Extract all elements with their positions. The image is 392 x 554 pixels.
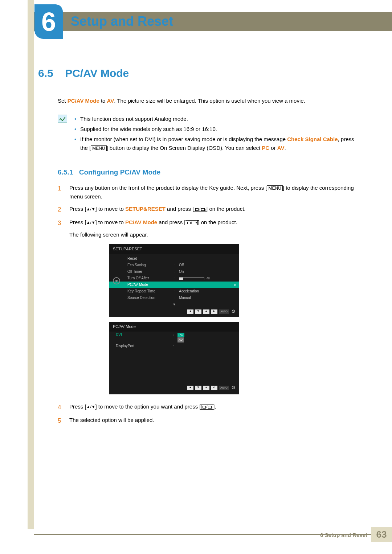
up-down-icon: ▲/▼ xyxy=(86,405,95,409)
keyword: SETUP&RESET xyxy=(125,206,166,212)
chapter-badge: 6 xyxy=(34,4,63,39)
text: . xyxy=(285,145,286,151)
nav-auto: AUTO xyxy=(219,309,229,314)
keyword: PC/AV Mode xyxy=(125,219,157,225)
nav-up-icon: ▲ xyxy=(203,309,209,314)
osd-body: Reset Eco Saving:Off Off Timer:On Turn O… xyxy=(109,254,239,307)
text: or xyxy=(269,145,277,151)
step-number: 2 xyxy=(58,205,64,214)
nav-down-icon: ▼ xyxy=(195,386,201,390)
osd-nav-bar: ◄ ▼ ▲ ↵ AUTO ⏻ xyxy=(109,383,239,393)
nav-left-icon: ◄ xyxy=(187,386,193,390)
osd-value: On xyxy=(179,269,236,275)
text: and press [ xyxy=(166,206,194,212)
note-icon xyxy=(58,115,67,123)
up-down-icon: ▲/▼ xyxy=(86,220,95,225)
scroll-down-icon: ▼ xyxy=(109,301,239,307)
note-block: This function does not support Analog mo… xyxy=(58,115,358,154)
osd-label: Eco Saving xyxy=(127,262,175,268)
step-body: Press any button on the front of the pro… xyxy=(69,184,358,201)
step-body: Press [▲/▼] to move to PC/AV Mode and pr… xyxy=(69,218,358,399)
osd-options: PC xyxy=(177,332,184,338)
osd-screenshots: SETUP&RESET Reset Eco Saving:Off Off Tim… xyxy=(109,244,358,394)
osd-row: Key Repeat Time:Acceleration xyxy=(109,288,239,295)
osd-row: DVI: PC xyxy=(109,332,239,338)
subsection-heading: 6.5.1 Configuring PC/AV Mode xyxy=(58,168,358,176)
text: Press [ xyxy=(69,403,86,410)
osd-row: AV xyxy=(109,338,239,343)
keyword: AV xyxy=(277,145,285,151)
osd-value: Acceleration xyxy=(179,288,236,294)
input-source-icon: / xyxy=(186,220,198,225)
text: Press [ xyxy=(69,219,86,225)
osd-nav-bar: ◄ ▼ ▲ ► AUTO ⏻ xyxy=(109,307,239,317)
subsection-number: 6.5.1 xyxy=(58,168,73,176)
gear-icon xyxy=(112,276,121,285)
osd-value: Manual xyxy=(179,295,236,301)
osd-pcav-mode: PC/AV Mode DVI: PC AV xyxy=(109,322,239,394)
nav-auto: AUTO xyxy=(219,386,229,390)
section-title: PC/AV Mode xyxy=(65,67,129,79)
input-source-icon: / xyxy=(194,207,206,212)
step-body: Press [▲/▼] to move to SETUP&RESET and p… xyxy=(69,205,358,214)
osd-label: Source Detection xyxy=(127,295,175,301)
osd-title: PC/AV Mode xyxy=(109,322,239,332)
step-body: The selected option will be applied. xyxy=(69,416,358,426)
text: ] on the product. xyxy=(198,219,237,225)
osd-label: Key Repeat Time xyxy=(127,288,175,294)
footer-text: 6 Setup and Reset xyxy=(320,532,367,538)
sidebar-strip xyxy=(28,0,34,529)
input-source-icon: / xyxy=(201,405,213,410)
svg-point-1 xyxy=(115,280,118,282)
nav-down-icon: ▼ xyxy=(195,309,201,314)
option-pill: AV xyxy=(177,337,184,342)
step-item: 5 The selected option will be applied. xyxy=(58,416,358,426)
text: to xyxy=(99,98,107,104)
section-number: 6.5 xyxy=(38,67,53,79)
osd-title: SETUP&RESET xyxy=(109,244,239,254)
nav-right-icon: ► xyxy=(211,309,217,314)
text: If the monitor (when set to DVI) is in p… xyxy=(80,136,287,142)
step-item: 2 Press [▲/▼] to move to SETUP&RESET and… xyxy=(58,205,358,214)
page-number-box: 63 xyxy=(371,527,392,542)
page-number: 63 xyxy=(376,529,387,540)
text: ] to move to xyxy=(95,206,126,212)
text: This function does not support Analog mo… xyxy=(80,116,188,122)
text: . The picture size will be enlarged. Thi… xyxy=(114,98,305,104)
step-number: 3 xyxy=(58,218,64,399)
text: ] to move to xyxy=(95,219,126,225)
osd-value: Off xyxy=(179,262,236,268)
text: ] on the product. xyxy=(206,206,245,212)
text: Set xyxy=(58,98,68,104)
power-icon: ⏻ xyxy=(230,386,236,390)
menu-key: MENU xyxy=(267,185,282,191)
osd-label: DisplayPort xyxy=(116,343,173,349)
slider-value: 4h xyxy=(207,276,210,280)
osd-value: 4h xyxy=(179,275,236,281)
note-bullets: This function does not support Analog mo… xyxy=(74,115,358,154)
intro-paragraph: Set PC/AV Mode to AV. The picture size w… xyxy=(58,97,358,105)
osd-row: DisplayPort: xyxy=(109,343,239,349)
text: ] button to display the On Screen Displa… xyxy=(107,145,262,151)
osd-label: PC/AV Mode xyxy=(127,282,175,288)
bullet-item: If the monitor (when set to DVI) is in p… xyxy=(74,135,358,152)
nav-up-icon: ▲ xyxy=(203,386,209,390)
chapter-title: Setup and Reset xyxy=(71,14,173,29)
text: ] to move to the option you want and pre… xyxy=(95,403,201,410)
keyword: PC/AV Mode xyxy=(68,98,99,104)
subsection-title: Configuring PC/AV Mode xyxy=(79,168,160,176)
osd-row: Reset xyxy=(109,255,239,262)
osd-row: Source Detection:Manual xyxy=(109,295,239,301)
text: ]. xyxy=(213,403,216,410)
osd-row: Off Timer:On xyxy=(109,268,239,275)
step-number: 1 xyxy=(58,184,64,201)
up-down-icon: ▲/▼ xyxy=(86,207,95,211)
osd-row: Eco Saving:Off xyxy=(109,262,239,268)
osd-label: Turn Off After xyxy=(127,275,175,281)
bullet-item: This function does not support Analog mo… xyxy=(74,115,358,123)
text: Press [ xyxy=(69,206,86,212)
section-heading: 6.5 PC/AV Mode xyxy=(38,67,358,79)
menu-key: MENU xyxy=(91,145,106,151)
step-number: 4 xyxy=(58,402,64,412)
step-body: Press [▲/▼] to move to the option you wa… xyxy=(69,402,358,412)
